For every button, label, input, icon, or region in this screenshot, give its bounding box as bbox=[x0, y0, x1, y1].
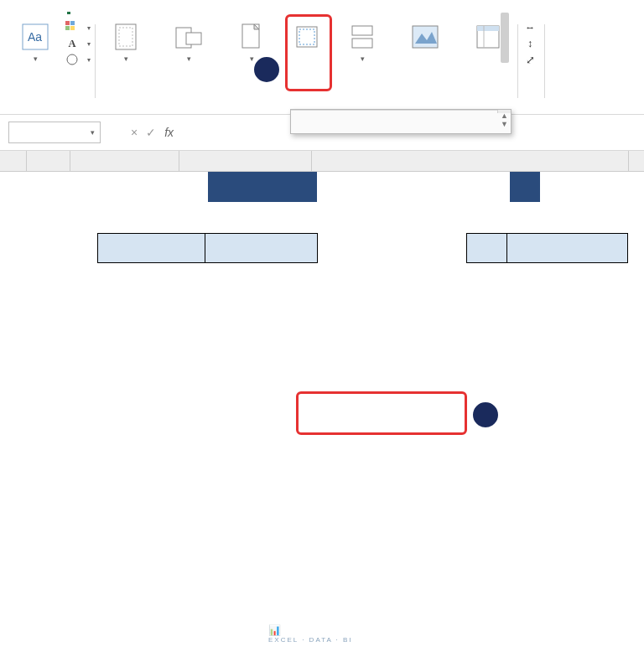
cancel-icon[interactable]: × bbox=[131, 126, 138, 139]
svg-rect-3 bbox=[70, 21, 75, 25]
ribbon: Aa ▾ ▾ A ▾ ▾ bbox=[0, 14, 644, 115]
svg-rect-2 bbox=[65, 21, 70, 25]
menu-insert[interactable] bbox=[49, 5, 52, 14]
annotation-badge-1 bbox=[252, 55, 281, 84]
size-dropdown: ▲ ▼ bbox=[290, 109, 512, 134]
th-name bbox=[98, 234, 205, 263]
themes-icon: Aa bbox=[21, 23, 49, 51]
svg-rect-15 bbox=[352, 39, 372, 48]
effects-icon bbox=[65, 53, 79, 66]
menu-formulas[interactable] bbox=[86, 5, 89, 14]
group-scale: ↔ ↕ ⤢ bbox=[518, 21, 545, 113]
svg-rect-10 bbox=[186, 33, 201, 44]
col-header-A[interactable] bbox=[27, 151, 70, 171]
chevron-down-icon: ▾ bbox=[34, 54, 38, 63]
margins-button[interactable]: ▾ bbox=[101, 21, 151, 65]
breaks-button[interactable]: ▾ bbox=[337, 21, 387, 65]
scale-control[interactable]: ⤢ bbox=[523, 53, 540, 66]
breaks-icon bbox=[348, 23, 377, 51]
group-page-setup: ▾ ▾ ▾ ▾ bbox=[96, 21, 518, 113]
svg-point-6 bbox=[67, 54, 77, 65]
title-banner-right bbox=[510, 172, 540, 202]
orientation-button[interactable]: ▾ bbox=[156, 21, 221, 65]
annotation-badge-2 bbox=[471, 401, 500, 429]
svg-rect-12 bbox=[297, 27, 317, 47]
annotation-highlight-a4 bbox=[296, 391, 467, 435]
menu-view[interactable] bbox=[141, 5, 144, 14]
svg-rect-19 bbox=[477, 26, 499, 31]
scrollbar-thumb[interactable] bbox=[501, 13, 509, 63]
watermark: 📊 EXCEL · DATA · BI bbox=[268, 624, 353, 644]
data-table-left bbox=[97, 233, 318, 263]
fonts-button[interactable]: A ▾ bbox=[65, 37, 91, 50]
th-dept bbox=[205, 234, 318, 263]
spreadsheet bbox=[0, 151, 644, 172]
print-area-icon bbox=[293, 23, 321, 51]
svg-rect-14 bbox=[352, 26, 372, 35]
name-box[interactable]: ▾ bbox=[8, 122, 101, 143]
print-area-button[interactable] bbox=[282, 21, 332, 54]
background-icon bbox=[411, 23, 439, 51]
group-themes: Aa ▾ ▾ A ▾ ▾ bbox=[5, 21, 96, 113]
col-header-B[interactable] bbox=[70, 151, 179, 171]
orientation-icon bbox=[174, 23, 203, 51]
svg-rect-4 bbox=[65, 26, 70, 30]
size-icon bbox=[237, 23, 266, 51]
themes-button[interactable]: Aa ▾ bbox=[10, 21, 60, 65]
svg-text:Aa: Aa bbox=[28, 30, 42, 44]
menu-data[interactable] bbox=[104, 5, 107, 14]
data-table-right bbox=[466, 233, 628, 263]
column-headers bbox=[0, 151, 644, 172]
colors-icon bbox=[65, 21, 79, 34]
menu-developer[interactable] bbox=[159, 5, 163, 14]
colors-button[interactable]: ▾ bbox=[65, 21, 91, 34]
enter-icon[interactable]: ✓ bbox=[146, 126, 156, 139]
menu-tabs bbox=[0, 0, 644, 14]
th-city bbox=[507, 234, 628, 263]
fx-icon[interactable]: fx bbox=[161, 126, 177, 139]
print-titles-icon bbox=[474, 23, 502, 51]
scale-icon: ⤢ bbox=[523, 53, 537, 66]
menu-page-layout[interactable] bbox=[67, 5, 70, 14]
scroll-down-icon[interactable]: ▼ bbox=[501, 120, 508, 128]
svg-rect-5 bbox=[70, 26, 75, 30]
dropdown-scrollbar[interactable]: ▲ ▼ bbox=[497, 110, 511, 113]
height-icon: ↕ bbox=[523, 37, 537, 50]
chevron-down-icon: ▾ bbox=[91, 128, 95, 137]
th-num bbox=[467, 234, 507, 263]
width-control[interactable]: ↔ bbox=[523, 21, 540, 34]
menu-review[interactable] bbox=[122, 5, 126, 14]
fonts-icon: A bbox=[65, 37, 79, 50]
background-button[interactable] bbox=[392, 21, 458, 54]
height-control[interactable]: ↕ bbox=[523, 37, 540, 50]
more-paper-sizes[interactable] bbox=[291, 110, 511, 133]
select-all-corner[interactable] bbox=[0, 151, 27, 171]
width-icon: ↔ bbox=[523, 21, 537, 34]
menu-file[interactable] bbox=[12, 5, 15, 14]
title-banner-left bbox=[208, 172, 317, 202]
col-header-C[interactable] bbox=[179, 151, 312, 171]
col-header-F[interactable] bbox=[506, 151, 629, 171]
menu-home[interactable] bbox=[30, 5, 34, 14]
scroll-up-icon[interactable]: ▲ bbox=[501, 111, 508, 120]
effects-button[interactable]: ▾ bbox=[65, 53, 91, 66]
margins-icon bbox=[112, 23, 140, 51]
